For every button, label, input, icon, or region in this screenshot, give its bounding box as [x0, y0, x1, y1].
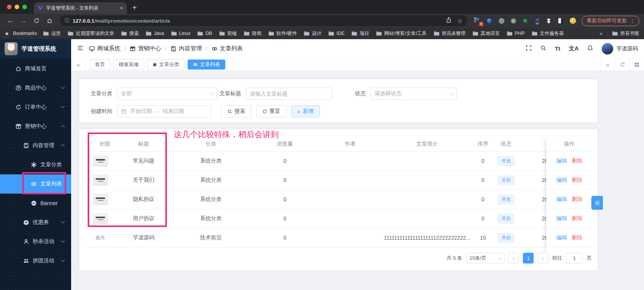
app-logo-row[interactable]: 芋道管理系统 [0, 39, 71, 58]
forward-icon[interactable]: → [18, 15, 29, 26]
profile-avatar-icon[interactable] [569, 17, 576, 24]
browser-menu-icon[interactable]: ⋮ [630, 18, 635, 24]
bookmark-folder[interactable]: DB [197, 31, 212, 36]
extension-green-circle-icon[interactable] [510, 17, 517, 24]
sidebar-item-banner[interactable]: Banner [0, 194, 71, 213]
extension-star-icon[interactable] [522, 17, 529, 24]
breadcrumb-article-list[interactable]: 文章列表 [211, 45, 243, 52]
sidebar-item-mall-home[interactable]: 商城首页 [0, 59, 71, 78]
tab-home[interactable]: 首页 [90, 60, 110, 70]
extension-split-square-icon[interactable] [557, 17, 564, 24]
back-icon[interactable]: ← [5, 15, 16, 26]
bookmark-folder[interactable]: 软件/硬件 [268, 30, 297, 37]
bookmark-folder[interactable]: 其他语言 [473, 30, 500, 37]
sidebar-item-flash-sale[interactable]: 秒杀活动 [0, 232, 71, 251]
delete-link[interactable]: 删除 [572, 215, 582, 222]
status-select[interactable]: 请选择状态 [370, 88, 457, 100]
all-bookmarks-folder[interactable]: 所有书签 [612, 30, 639, 37]
tabs-scroll-left-icon[interactable]: « [71, 58, 86, 71]
new-tab-button[interactable]: + [132, 3, 137, 12]
sidebar-item-content-management[interactable]: 内容管理 [0, 136, 71, 155]
breadcrumb-mall-system[interactable]: 商城系统 [89, 45, 120, 52]
page-number-button[interactable]: 1 [523, 253, 534, 263]
bookmarks-root[interactable]: ★ Bookmarks [5, 31, 37, 36]
share-icon[interactable] [446, 17, 452, 25]
bookmark-folder[interactable]: 前端 [219, 30, 237, 37]
sidebar-item-group-buy[interactable]: 拼团活动 [0, 251, 71, 270]
sidebar-item-article-list[interactable]: 文章列表 [0, 174, 71, 194]
sidebar-collapse-icon[interactable] [77, 45, 83, 53]
category-select[interactable]: 全部 [117, 88, 217, 100]
language-icon[interactable]: 文A [569, 45, 579, 52]
site-info-icon[interactable]: ⓘ [65, 17, 70, 24]
close-window-button[interactable] [7, 5, 12, 9]
delete-link[interactable]: 删除 [572, 157, 582, 164]
sidebar-item-order-center[interactable]: 订单中心 [0, 98, 71, 117]
bookmark-folder[interactable]: 设计 [304, 30, 321, 37]
bookmark-star-icon[interactable]: ☆ [457, 17, 463, 25]
delete-link[interactable]: 删除 [572, 177, 582, 184]
window-controls[interactable] [7, 5, 27, 9]
minimize-window-button[interactable] [15, 5, 19, 9]
tabs-layout-grid-icon[interactable] [629, 58, 644, 71]
extension-drop-icon[interactable] [486, 17, 493, 24]
title-input[interactable] [250, 91, 328, 97]
edit-link[interactable]: 编辑 [556, 196, 567, 203]
sidebar-item-article-category[interactable]: 文章分类 [0, 155, 71, 174]
sidebar-item-product-center[interactable]: 商品中心 [0, 78, 71, 98]
bookmark-folder[interactable]: 文件服务器 [532, 30, 564, 37]
extension-chevrons-icon[interactable] [534, 17, 541, 24]
bookmark-folder[interactable]: 项目 [351, 30, 369, 37]
goto-page-input[interactable] [566, 253, 583, 263]
bookmark-folder[interactable]: PHP [507, 31, 525, 36]
sidebar-item-marketing-center[interactable]: 营销中心 [0, 117, 71, 136]
search-icon[interactable] [540, 45, 546, 53]
reload-icon[interactable] [31, 15, 42, 26]
sidebar-item-coupon[interactable]: 优惠券 [0, 213, 71, 232]
font-size-icon[interactable]: Tt [555, 45, 560, 52]
bookmark-folder[interactable]: 网站/博客/文章/工具 [376, 30, 426, 37]
fullscreen-icon[interactable] [526, 45, 532, 53]
settings-drawer-button[interactable] [591, 196, 603, 210]
bookmarks-overflow-icon[interactable]: » [599, 30, 602, 36]
tabs-scroll-right-icon[interactable]: » [600, 58, 615, 71]
delete-link[interactable]: 删除 [572, 196, 582, 203]
address-bar[interactable]: ⓘ 127.0.0.1/mall/promotion/content/artic… [60, 15, 467, 26]
tab-template-decorate[interactable]: 模板装修 [113, 60, 144, 70]
bookmark-folder[interactable]: 近期需要读的文章 [68, 30, 114, 37]
tab-close-icon[interactable]: × [120, 5, 123, 11]
edit-link[interactable]: 编辑 [556, 215, 567, 222]
delete-link[interactable]: 删除 [572, 234, 582, 241]
user-menu[interactable]: 芋道源码 [602, 43, 638, 55]
tab-article-list[interactable]: 文章列表 [188, 60, 225, 70]
tabs-refresh-icon[interactable] [615, 58, 629, 71]
add-button[interactable]: + 新增 [291, 105, 320, 118]
extensions-puzzle-icon[interactable] [546, 17, 552, 24]
edit-link[interactable]: 编辑 [556, 177, 567, 184]
bookmark-folder[interactable]: Java [146, 31, 164, 36]
search-button[interactable]: 搜索 [221, 105, 251, 118]
edit-link[interactable]: 编辑 [556, 234, 567, 241]
date-range-picker[interactable]: 开始日期 – 结束日期 [117, 105, 211, 118]
breadcrumb-content-management[interactable]: 内容管理 [170, 45, 202, 52]
bookmark-folder[interactable]: 搜索 [121, 30, 139, 37]
bookmark-folder[interactable]: 游戏 [244, 30, 261, 37]
bell-icon[interactable] [587, 45, 593, 53]
home-icon[interactable] [44, 15, 55, 26]
extension-grid-icon[interactable]: 6 [474, 17, 481, 24]
edit-link[interactable]: 编辑 [556, 157, 567, 164]
bookmark-folder[interactable]: 运营 [43, 30, 61, 37]
page-size-select[interactable]: 10条/页 [466, 253, 504, 263]
tab-article-category[interactable]: 文章分类 [147, 60, 185, 70]
prev-page-button[interactable]: ‹ [508, 253, 519, 263]
browser-tab[interactable]: 芋道管理系统 - 文章列表 × [34, 2, 127, 14]
bookmark-folder[interactable]: IDE [328, 31, 344, 36]
breadcrumb-marketing-center[interactable]: 营销中心 [130, 45, 161, 52]
extension-gray-circle-icon[interactable] [498, 17, 505, 24]
bookmark-folder[interactable]: 资讯未整理 [434, 30, 466, 37]
bookmark-folder[interactable]: Linux [171, 31, 191, 36]
restart-update-button[interactable]: 重新启动即可更新 ⋮ [582, 16, 639, 26]
maximize-window-button[interactable] [22, 5, 27, 9]
next-page-button[interactable]: › [537, 253, 548, 263]
reset-button[interactable]: 重置 [256, 105, 286, 118]
